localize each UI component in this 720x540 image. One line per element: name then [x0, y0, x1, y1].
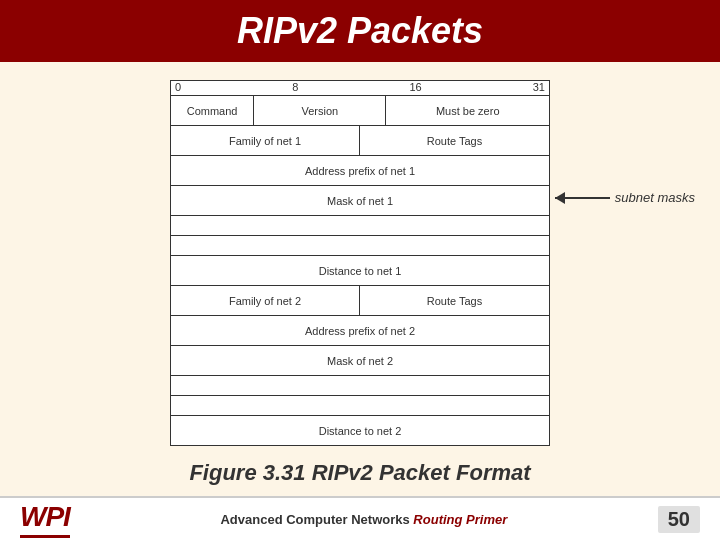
packet-row-5-empty [171, 215, 549, 235]
bit-ruler: 0 8 16 31 [171, 81, 549, 93]
packet-row-9: Address prefix of net 2 [171, 315, 549, 345]
packet-row-4: Mask of net 1 [171, 185, 549, 215]
cell-must-be-zero: Must be zero [386, 96, 549, 125]
cell-addr-prefix-net2: Address prefix of net 2 [171, 316, 549, 345]
packet-row-11-empty [171, 375, 549, 395]
logo-underline [20, 535, 70, 538]
bit-16: 16 [409, 81, 421, 93]
arrow-container [555, 197, 610, 199]
logo-container: WPI [20, 501, 70, 538]
cell-addr-prefix-net1: Address prefix of net 1 [171, 156, 549, 185]
page-header: RIPv2 Packets [0, 0, 720, 62]
packet-row-2: Family of net 1 Route Tags [171, 125, 549, 155]
cell-command: Command [171, 96, 254, 125]
cell-family-net1: Family of net 1 [171, 126, 360, 155]
cell-distance-net1: Distance to net 1 [171, 256, 549, 285]
packet-row-6-empty [171, 235, 549, 255]
subnet-mask-annotation: subnet masks [555, 190, 695, 205]
packet-row-8: Family of net 2 Route Tags [171, 285, 549, 315]
cell-distance-net2: Distance to net 2 [171, 416, 549, 445]
packet-diagram: 0 8 16 31 Command Version Must be zero F… [170, 80, 550, 446]
course-name: Advanced Computer Networks [220, 512, 409, 527]
bit-8: 8 [292, 81, 298, 93]
cell-version: Version [254, 96, 386, 125]
cell-route-tags-2: Route Tags [360, 286, 549, 315]
arrow-head [555, 192, 565, 204]
cell-mask-net2: Mask of net 2 [171, 346, 549, 375]
bit-0: 0 [175, 81, 181, 93]
packet-diagram-wrapper: 0 8 16 31 Command Version Must be zero F… [170, 72, 550, 446]
footer-logo-area: WPI [20, 501, 70, 538]
footer-course-info: Advanced Computer Networks Routing Prime… [220, 512, 507, 527]
footer: WPI Advanced Computer Networks Routing P… [0, 496, 720, 540]
page-number: 50 [658, 506, 700, 533]
cell-family-net2: Family of net 2 [171, 286, 360, 315]
packet-row-10: Mask of net 2 [171, 345, 549, 375]
packet-row-7: Distance to net 1 [171, 255, 549, 285]
cell-mask-net1: Mask of net 1 [171, 186, 549, 215]
subnet-mask-label: subnet masks [615, 190, 695, 205]
wpi-logo-text: WPI [20, 501, 70, 533]
packet-row-12-empty [171, 395, 549, 415]
packet-row-3: Address prefix of net 1 [171, 155, 549, 185]
packet-row-13: Distance to net 2 [171, 415, 549, 445]
figure-caption: Figure 3.31 RIPv2 Packet Format [189, 460, 530, 486]
cell-route-tags-1: Route Tags [360, 126, 549, 155]
routing-primer-label: Routing Primer [410, 512, 508, 527]
page-title: RIPv2 Packets [237, 10, 483, 51]
main-content: 0 8 16 31 Command Version Must be zero F… [0, 62, 720, 496]
packet-row-1: Command Version Must be zero [171, 95, 549, 125]
bit-31: 31 [533, 81, 545, 93]
